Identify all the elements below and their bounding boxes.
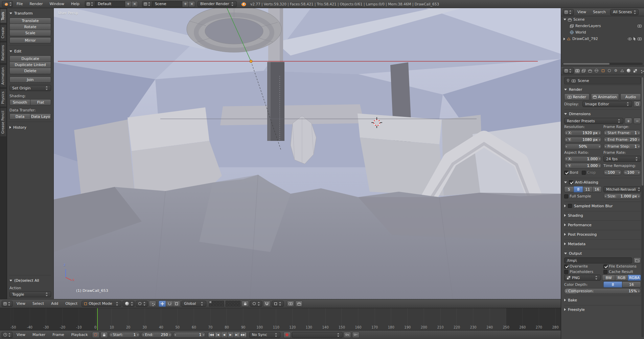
join-button[interactable]: Join: [9, 77, 51, 83]
keying-set-select[interactable]: [292, 332, 343, 338]
color-bw-button[interactable]: BW: [602, 275, 615, 281]
viewport-editor-type-button[interactable]: [2, 301, 13, 307]
tab-relations[interactable]: Relations: [0, 42, 7, 64]
insert-keyframe-button[interactable]: [344, 332, 351, 338]
shading-panel-header[interactable]: Shading: [564, 212, 641, 219]
translate-button[interactable]: Translate: [9, 18, 51, 24]
layer-toggle-15[interactable]: [238, 301, 240, 303]
depth-16-button[interactable]: 16: [622, 281, 641, 288]
layer-toggle-3[interactable]: [215, 301, 218, 303]
render-panel-header[interactable]: Render: [564, 86, 641, 93]
opengl-render-animation-button[interactable]: [295, 301, 303, 307]
display-lock-button[interactable]: [634, 101, 641, 107]
output-path-field[interactable]: /tmp\: [564, 257, 632, 263]
sync-mode-select[interactable]: No Sync: [249, 332, 280, 338]
context-constraints-tab[interactable]: [606, 68, 612, 73]
outliner-menu-view[interactable]: View: [574, 9, 589, 15]
outliner-item-world[interactable]: World: [561, 29, 644, 36]
outliner-editor-type-button[interactable]: [563, 9, 574, 15]
add-layout-button[interactable]: +: [125, 1, 132, 7]
delete-scene-button[interactable]: ×: [189, 1, 195, 7]
border-checkbox[interactable]: [564, 171, 568, 175]
viewport-shading-select[interactable]: [122, 301, 135, 307]
layer-toggle-11[interactable]: [226, 301, 228, 303]
aa-samples-8-button[interactable]: 8: [574, 186, 583, 192]
render-animation-button[interactable]: Animation: [591, 93, 619, 100]
edit-panel-header[interactable]: Edit: [9, 48, 51, 55]
visibility-toggle-icon[interactable]: [628, 38, 632, 40]
render-still-button[interactable]: Render: [564, 93, 590, 100]
aspect-x-field[interactable]: X:1.000: [564, 156, 602, 162]
context-texture-tab[interactable]: [632, 68, 638, 73]
transform-orientation-select[interactable]: Global: [181, 301, 206, 307]
layer-toggle-12[interactable]: [229, 301, 231, 303]
layers-group-1[interactable]: [209, 301, 224, 306]
tab-animation[interactable]: Animation: [0, 64, 7, 88]
tab-tools[interactable]: Tools: [0, 9, 7, 23]
tab-grease-pencil[interactable]: Grease Pencil: [0, 108, 7, 137]
tab-create[interactable]: Create: [0, 24, 7, 41]
properties-scrollbar[interactable]: [641, 77, 644, 337]
aa-samples-11-button[interactable]: 11: [583, 186, 593, 192]
viewport-menu-add[interactable]: Add: [48, 301, 61, 306]
viewport-menu-view[interactable]: View: [14, 301, 28, 306]
color-rgb-button[interactable]: RGB: [615, 275, 628, 281]
color-rgba-button[interactable]: RGBA: [628, 275, 641, 281]
timeline-editor-type-button[interactable]: [2, 332, 13, 338]
layer-toggle-13[interactable]: [232, 301, 234, 303]
frame-rate-select[interactable]: 24 fps: [603, 156, 641, 162]
jump-to-start-button[interactable]: |◀◀: [208, 332, 215, 338]
layer-toggle-10[interactable]: [221, 304, 224, 306]
metadata-panel-header[interactable]: Metadata: [564, 240, 641, 247]
timeline-ruler[interactable]: -50-40-30-20-100102030405060708090100110…: [0, 308, 561, 330]
render-display-select[interactable]: Image Editor: [582, 101, 632, 107]
shade-flat-button[interactable]: Flat: [30, 99, 51, 105]
context-scene-tab[interactable]: [587, 68, 593, 73]
layer-toggle-8[interactable]: [215, 304, 218, 306]
jump-to-end-button[interactable]: ▶▶|: [240, 332, 247, 338]
pivot-align-toggle[interactable]: [149, 301, 156, 307]
viewport-menu-select[interactable]: Select: [29, 301, 47, 306]
depth-8-button[interactable]: 8: [603, 281, 622, 288]
outliner-item-renderlayers[interactable]: RenderLayers: [561, 23, 644, 29]
context-world-tab[interactable]: [594, 68, 599, 73]
auto-keyframe-toggle[interactable]: [283, 332, 291, 338]
bake-panel-header[interactable]: Bake: [564, 297, 641, 303]
scene-name-field[interactable]: Scene: [153, 1, 182, 7]
aa-filter-select[interactable]: Mitchell-Netravali: [603, 186, 641, 192]
tab-physics[interactable]: Physics: [0, 88, 7, 107]
3d-viewport[interactable]: User Persp z x (1) DrawCall_653: [54, 8, 561, 299]
resolution-y-field[interactable]: Y:1080 px: [564, 137, 602, 143]
context-render-tab[interactable]: [574, 68, 580, 73]
current-frame-indicator[interactable]: [97, 308, 98, 330]
play-button[interactable]: ▶: [227, 332, 234, 338]
output-panel-header[interactable]: Output: [564, 250, 641, 257]
duplicate-button[interactable]: Duplicate: [9, 56, 51, 62]
sampled-motion-blur-header[interactable]: Sampled Motion Blur: [564, 203, 641, 209]
properties-editor-type-button[interactable]: [563, 68, 574, 74]
browse-output-path-button[interactable]: [634, 257, 641, 263]
layer-toggle-6[interactable]: [209, 304, 212, 306]
aa-samples-5-button[interactable]: 5: [564, 186, 574, 192]
use-preview-range-toggle[interactable]: [92, 332, 99, 338]
lock-to-scene-toggle[interactable]: [242, 301, 249, 307]
duplicate-linked-button[interactable]: Duplicate Linked: [9, 62, 51, 68]
frame-end-field[interactable]: End:250: [141, 332, 172, 338]
context-render-layers-tab[interactable]: [581, 68, 586, 73]
sampled-motion-blur-checkbox[interactable]: [568, 204, 572, 208]
context-particles-tab[interactable]: [639, 68, 644, 73]
lock-time-toggle[interactable]: [100, 332, 108, 338]
remove-preset-button[interactable]: −: [634, 118, 641, 124]
file-extensions-checkbox[interactable]: [603, 264, 607, 269]
layer-toggle-5[interactable]: [221, 301, 224, 303]
data-layout-button[interactable]: Data Layo: [30, 113, 51, 120]
post-processing-panel-header[interactable]: Post Processing: [564, 231, 641, 238]
freestyle-panel-header[interactable]: Freestyle: [564, 306, 641, 313]
context-data-tab[interactable]: [619, 68, 625, 73]
layer-toggle-9[interactable]: [218, 304, 221, 306]
proportional-edit-select[interactable]: [250, 301, 262, 307]
layer-toggle-19[interactable]: [235, 304, 237, 306]
translate-manipulator-button[interactable]: [159, 301, 166, 307]
layer-toggle-18[interactable]: [232, 304, 234, 306]
crop-checkbox[interactable]: [582, 171, 586, 175]
